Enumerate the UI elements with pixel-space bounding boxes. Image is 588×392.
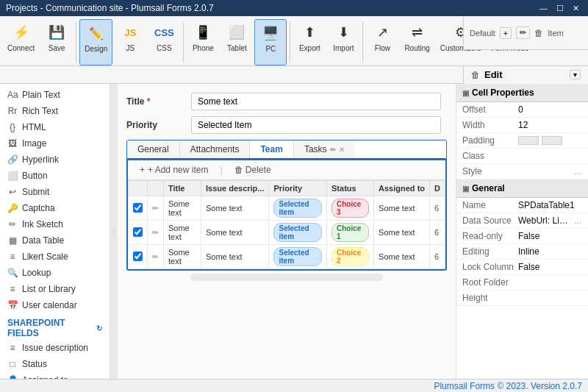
toolbar-design[interactable]: ✏️ Design [79, 19, 112, 65]
add-default-button[interactable]: + [500, 27, 512, 39]
tab-general[interactable]: General [127, 140, 180, 158]
editing-row: Editing Inline [456, 244, 588, 260]
button-label: Button [22, 171, 48, 181]
toolbar-connect[interactable]: ⚡ Connect [3, 19, 39, 65]
sidebar-item-calendar[interactable]: 📅 User calendar [0, 297, 110, 313]
row3-priority-badge: Selected item [273, 247, 322, 266]
edit-bar: 🗑 Edit ▾ [0, 66, 588, 84]
import-label: Import [333, 44, 354, 52]
flow-label: Flow [375, 44, 390, 52]
sidebar-item-data-table[interactable]: ▦ Data Table [0, 232, 110, 249]
toolbar-tablet[interactable]: ⬜ Tablet [220, 19, 253, 65]
delete-button[interactable]: 🗑 Delete [229, 163, 277, 177]
cell-properties-header[interactable]: ▣ Cell Properties [456, 84, 588, 102]
hyperlink-label: Hyperlink [22, 154, 59, 165]
col-description[interactable]: Issue descrip... [201, 181, 269, 196]
sidebar-item-plain-text[interactable]: Aa Plain Text [0, 87, 110, 103]
toolbar: ⚡ Connect 💾 Save ✏️ Design JS JS CSS CSS… [0, 16, 588, 66]
style-dots-button[interactable]: … [574, 167, 582, 176]
sidebar-item-hyperlink[interactable]: 🔗 Hyperlink [0, 152, 110, 168]
padding-widget2[interactable] [542, 136, 562, 145]
col-assigned[interactable]: Assigned to [374, 181, 430, 196]
row2-edit-icon[interactable]: ✏ [148, 221, 164, 245]
col-title[interactable]: Title [164, 181, 201, 196]
save-icon: 💾 [46, 22, 67, 43]
export-icon: ⬆ [299, 22, 320, 43]
title-input[interactable] [191, 93, 441, 110]
edit-dropdown-button[interactable]: ▾ [570, 70, 581, 79]
minimize-button[interactable]: — [537, 4, 551, 13]
sidebar-sp-status[interactable]: □ Status [0, 356, 110, 372]
sidebar-item-lookup[interactable]: 🔍 Lookup [0, 265, 110, 281]
toolbar-routing[interactable]: ⇌ Routing [400, 19, 434, 65]
row3-desc: Some text [201, 245, 269, 269]
general-header[interactable]: ▣ General [456, 179, 588, 198]
datasource-val: WebUrl: ListUrl: Lis... [518, 215, 571, 226]
col-priority[interactable]: Priority [269, 181, 327, 196]
row2-desc: Some text [201, 221, 269, 245]
toolbar-css[interactable]: CSS CSS [148, 19, 180, 65]
row1-check[interactable] [129, 196, 148, 221]
tab-team[interactable]: Team [250, 140, 293, 158]
offset-val: 0 [518, 104, 582, 115]
sidebar-sp-assigned[interactable]: 👤 Assigned to [0, 372, 110, 379]
design-label: Design [85, 45, 107, 53]
sidebar-sp-issue-desc[interactable]: ≡ Issue description [0, 340, 110, 356]
style-row: Style … [456, 164, 588, 179]
maximize-button[interactable]: ☐ [553, 4, 567, 13]
row3-check[interactable] [129, 245, 148, 269]
priority-label: Priority [126, 120, 185, 130]
tab-attachments[interactable]: Attachments [180, 140, 251, 158]
close-button[interactable]: ✕ [570, 4, 582, 13]
toolbar-save[interactable]: 💾 Save [40, 19, 73, 65]
tab-tasks[interactable]: Tasks ✏ ✕ [294, 140, 355, 158]
toolbar-pc[interactable]: 🖥️ PC [254, 19, 287, 65]
window-controls[interactable]: — ☐ ✕ [537, 4, 582, 13]
list-icon: ≡ [7, 284, 18, 294]
sidebar-item-image[interactable]: 🖼 Image [0, 135, 110, 152]
padding-widget[interactable] [518, 136, 539, 145]
row3-priority: Selected item [269, 245, 327, 269]
rich-text-label: Rich Text [22, 106, 58, 116]
toolbar-flow[interactable]: ↗ Flow [366, 19, 398, 65]
sp-fields-label: SHAREPOINT FIELDS [7, 318, 93, 338]
row2-check[interactable] [129, 221, 148, 245]
sidebar-item-captcha[interactable]: 🔑 Captcha [0, 200, 110, 216]
col-status[interactable]: Status [327, 181, 374, 196]
sidebar-item-ink-sketch[interactable]: ✏ Ink Sketch [0, 216, 110, 232]
sidebar-item-html[interactable]: {} HTML [0, 119, 110, 135]
datasource-dots-button[interactable]: … [574, 216, 582, 225]
delete-default-button[interactable]: 🗑 [534, 28, 543, 38]
row1-edit-icon[interactable]: ✏ [148, 196, 164, 221]
tab-tasks-close-icon[interactable]: ✕ [339, 146, 345, 154]
horizontal-scrollbar[interactable] [190, 274, 383, 281]
routing-icon: ⇌ [407, 22, 428, 43]
sidebar-item-likert[interactable]: ≡ Likert Scale [0, 249, 110, 265]
rename-default-button[interactable]: ✏ [516, 26, 530, 39]
sidebar: Aa Plain Text Rr Rich Text {} HTML 🖼 Ima… [0, 84, 110, 379]
connect-icon: ⚡ [11, 22, 32, 43]
sidebar-item-rich-text[interactable]: Rr Rich Text [0, 103, 110, 119]
main-area: Aa Plain Text Rr Rich Text {} HTML 🖼 Ima… [0, 84, 588, 379]
row3-status-badge: Choice 2 [331, 247, 369, 266]
readonly-key: Read-only [462, 231, 515, 241]
col-d[interactable]: D [430, 181, 445, 196]
priority-input[interactable] [191, 116, 441, 134]
general-collapse-icon: ▣ [462, 185, 469, 193]
refresh-icon[interactable]: ↻ [96, 324, 102, 332]
lookup-icon: 🔍 [7, 268, 18, 278]
add-item-button[interactable]: + + Add new item [134, 163, 214, 177]
toolbar-export[interactable]: ⬆ Export [293, 19, 326, 65]
toolbar-phone[interactable]: 📱 Phone [187, 19, 219, 65]
sidebar-item-list[interactable]: ≡ List or Library [0, 281, 110, 297]
tab-tasks-edit-icon[interactable]: ✏ [330, 146, 336, 154]
toolbar-import[interactable]: ⬇ Import [327, 19, 359, 65]
sidebar-item-button[interactable]: ⬜ Button [0, 168, 110, 184]
sidebar-item-submit[interactable]: ↩ Submit [0, 184, 110, 200]
row2-priority: Selected item [269, 221, 327, 245]
html-icon: {} [7, 122, 18, 132]
row3-edit-icon[interactable]: ✏ [148, 245, 164, 269]
sidebar-resize-handle[interactable]: ⋮ [110, 84, 118, 379]
toolbar-js[interactable]: JS JS [114, 19, 146, 65]
class-key: Class [462, 151, 515, 161]
